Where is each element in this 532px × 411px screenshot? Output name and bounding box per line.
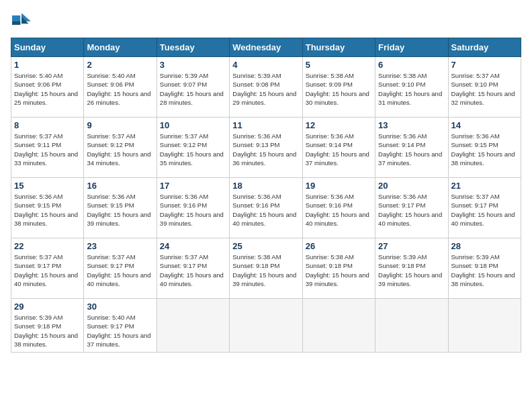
day-info: Sunrise: 5:38 AM Sunset: 9:18 PM Dayligh… [232,253,299,288]
calendar-cell: 26 Sunrise: 5:38 AM Sunset: 9:18 PM Dayl… [302,238,375,299]
day-number: 14 [451,120,518,130]
calendar-cell: 19 Sunrise: 5:36 AM Sunset: 9:16 PM Dayl… [302,178,375,238]
day-info: Sunrise: 5:38 AM Sunset: 9:09 PM Dayligh… [306,71,372,107]
calendar-cell: 9 Sunrise: 5:37 AM Sunset: 9:12 PM Dayli… [84,118,157,178]
day-number: 6 [378,60,445,70]
page-header [11,11,521,30]
day-info: Sunrise: 5:36 AM Sunset: 9:15 PM Dayligh… [451,132,518,167]
calendar-cell: 24 Sunrise: 5:37 AM Sunset: 9:17 PM Dayl… [157,238,229,299]
day-info: Sunrise: 5:36 AM Sunset: 9:14 PM Dayligh… [378,132,445,167]
calendar-cell: 7 Sunrise: 5:37 AM Sunset: 9:10 PM Dayli… [448,57,521,118]
day-number: 1 [14,60,81,70]
calendar-header-row: SundayMondayTuesdayWednesdayThursdayFrid… [11,38,521,57]
calendar-cell [157,299,229,353]
day-info: Sunrise: 5:37 AM Sunset: 9:10 PM Dayligh… [451,71,518,107]
calendar-cell: 2 Sunrise: 5:40 AM Sunset: 9:06 PM Dayli… [84,57,157,118]
day-number: 27 [378,241,445,251]
calendar-cell: 12 Sunrise: 5:36 AM Sunset: 9:14 PM Dayl… [302,118,375,178]
calendar-cell: 11 Sunrise: 5:36 AM Sunset: 9:13 PM Dayl… [230,118,302,178]
calendar-cell: 15 Sunrise: 5:36 AM Sunset: 9:15 PM Dayl… [11,178,84,238]
day-info: Sunrise: 5:39 AM Sunset: 9:18 PM Dayligh… [14,313,81,349]
day-info: Sunrise: 5:37 AM Sunset: 9:12 PM Dayligh… [87,132,153,167]
day-number: 2 [87,60,153,70]
week-row-3: 15 Sunrise: 5:36 AM Sunset: 9:15 PM Dayl… [11,178,521,238]
calendar-cell: 25 Sunrise: 5:38 AM Sunset: 9:18 PM Dayl… [230,238,302,299]
day-number: 24 [160,241,226,251]
day-info: Sunrise: 5:37 AM Sunset: 9:17 PM Dayligh… [451,192,518,228]
day-info: Sunrise: 5:40 AM Sunset: 9:06 PM Dayligh… [87,71,153,107]
calendar-cell: 17 Sunrise: 5:36 AM Sunset: 9:16 PM Dayl… [157,178,229,238]
day-info: Sunrise: 5:36 AM Sunset: 9:16 PM Dayligh… [232,192,299,228]
week-row-5: 29 Sunrise: 5:39 AM Sunset: 9:18 PM Dayl… [11,299,521,353]
day-number: 21 [451,181,518,191]
day-info: Sunrise: 5:40 AM Sunset: 9:06 PM Dayligh… [14,71,81,107]
day-info: Sunrise: 5:39 AM Sunset: 9:08 PM Dayligh… [232,71,299,107]
week-row-4: 22 Sunrise: 5:37 AM Sunset: 9:17 PM Dayl… [11,238,521,299]
calendar-cell [448,299,521,353]
calendar-body: 1 Sunrise: 5:40 AM Sunset: 9:06 PM Dayli… [11,57,521,353]
calendar-cell: 8 Sunrise: 5:37 AM Sunset: 9:11 PM Dayli… [11,118,84,178]
day-info: Sunrise: 5:38 AM Sunset: 9:10 PM Dayligh… [378,71,445,107]
calendar-cell: 4 Sunrise: 5:39 AM Sunset: 9:08 PM Dayli… [230,57,302,118]
day-number: 23 [87,241,153,251]
calendar-cell [230,299,302,353]
calendar-cell: 18 Sunrise: 5:36 AM Sunset: 9:16 PM Dayl… [230,178,302,238]
day-info: Sunrise: 5:36 AM Sunset: 9:17 PM Dayligh… [378,192,445,228]
calendar-cell: 3 Sunrise: 5:39 AM Sunset: 9:07 PM Dayli… [157,57,229,118]
day-info: Sunrise: 5:36 AM Sunset: 9:15 PM Dayligh… [87,192,153,228]
calendar-table: SundayMondayTuesdayWednesdayThursdayFrid… [11,38,521,353]
calendar-cell: 10 Sunrise: 5:37 AM Sunset: 9:12 PM Dayl… [157,118,229,178]
day-number: 28 [451,241,518,251]
day-number: 18 [232,181,299,191]
calendar-cell: 27 Sunrise: 5:39 AM Sunset: 9:18 PM Dayl… [375,238,448,299]
calendar-cell: 22 Sunrise: 5:37 AM Sunset: 9:17 PM Dayl… [11,238,84,299]
day-info: Sunrise: 5:37 AM Sunset: 9:17 PM Dayligh… [14,253,81,288]
calendar-cell: 14 Sunrise: 5:36 AM Sunset: 9:15 PM Dayl… [448,118,521,178]
day-info: Sunrise: 5:37 AM Sunset: 9:11 PM Dayligh… [14,132,81,167]
day-info: Sunrise: 5:36 AM Sunset: 9:16 PM Dayligh… [306,192,372,228]
day-number: 19 [306,181,372,191]
day-number: 30 [87,302,153,312]
calendar-cell: 16 Sunrise: 5:36 AM Sunset: 9:15 PM Dayl… [84,178,157,238]
day-number: 22 [14,241,81,251]
day-number: 3 [160,60,226,70]
calendar-cell: 6 Sunrise: 5:38 AM Sunset: 9:10 PM Dayli… [375,57,448,118]
calendar-cell: 28 Sunrise: 5:39 AM Sunset: 9:18 PM Dayl… [448,238,521,299]
day-number: 7 [451,60,518,70]
day-info: Sunrise: 5:37 AM Sunset: 9:17 PM Dayligh… [160,253,226,288]
day-number: 16 [87,181,153,191]
day-number: 5 [306,60,372,70]
calendar-cell: 21 Sunrise: 5:37 AM Sunset: 9:17 PM Dayl… [448,178,521,238]
day-info: Sunrise: 5:39 AM Sunset: 9:18 PM Dayligh… [451,253,518,288]
week-row-2: 8 Sunrise: 5:37 AM Sunset: 9:11 PM Dayli… [11,118,521,178]
calendar-cell [375,299,448,353]
logo-icon [11,11,32,30]
calendar-cell: 1 Sunrise: 5:40 AM Sunset: 9:06 PM Dayli… [11,57,84,118]
column-header-tuesday: Tuesday [157,38,229,57]
day-info: Sunrise: 5:37 AM Sunset: 9:17 PM Dayligh… [87,253,153,288]
calendar-cell: 5 Sunrise: 5:38 AM Sunset: 9:09 PM Dayli… [302,57,375,118]
day-number: 26 [306,241,372,251]
day-number: 8 [14,120,81,130]
calendar-cell [302,299,375,353]
day-number: 15 [14,181,81,191]
day-info: Sunrise: 5:39 AM Sunset: 9:18 PM Dayligh… [378,253,445,288]
day-info: Sunrise: 5:36 AM Sunset: 9:14 PM Dayligh… [306,132,372,167]
day-number: 12 [306,120,372,130]
day-info: Sunrise: 5:39 AM Sunset: 9:07 PM Dayligh… [160,71,226,107]
column-header-wednesday: Wednesday [230,38,302,57]
day-number: 17 [160,181,226,191]
calendar-cell: 20 Sunrise: 5:36 AM Sunset: 9:17 PM Dayl… [375,178,448,238]
column-header-monday: Monday [84,38,157,57]
day-number: 29 [14,302,81,312]
column-header-friday: Friday [375,38,448,57]
week-row-1: 1 Sunrise: 5:40 AM Sunset: 9:06 PM Dayli… [11,57,521,118]
calendar-cell: 23 Sunrise: 5:37 AM Sunset: 9:17 PM Dayl… [84,238,157,299]
column-header-saturday: Saturday [448,38,521,57]
day-info: Sunrise: 5:36 AM Sunset: 9:16 PM Dayligh… [160,192,226,228]
day-info: Sunrise: 5:36 AM Sunset: 9:15 PM Dayligh… [14,192,81,228]
day-info: Sunrise: 5:36 AM Sunset: 9:13 PM Dayligh… [232,132,299,167]
day-number: 11 [232,120,299,130]
day-number: 4 [232,60,299,70]
day-number: 10 [160,120,226,130]
